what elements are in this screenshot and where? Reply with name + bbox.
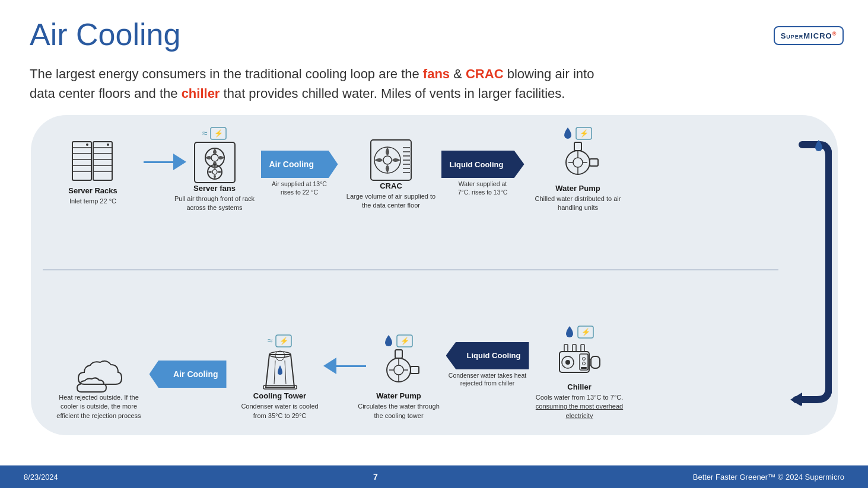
cloud-icon (75, 352, 123, 393)
highlight-crac: CRAC (466, 66, 504, 81)
water-pump-bot-label: Water Pump (376, 391, 421, 400)
liquid-cooling-arrow-top: Liquid Cooling Water supplied at7°C. ris… (441, 151, 524, 196)
arrow-left-bot (323, 358, 366, 374)
logo-text: SUPERMICRO® (781, 31, 837, 40)
svg-text:⚡: ⚡ (214, 129, 222, 138)
water-pump-top-desc: Chilled water distributed to air handlin… (532, 194, 624, 213)
crac-item: CRAC Large volume of air supplied to the… (345, 127, 437, 210)
water-pump-top-item: ⚡ Water Pump Chilled water distributed t… (532, 127, 624, 213)
svg-text:⚡: ⚡ (279, 336, 288, 345)
energy-cooling-tower: ⚡ (275, 334, 292, 347)
liquid-cooling-top-desc: Water supplied at7°C. rises to 13°C (441, 180, 524, 196)
chiller-label: Chiller (567, 382, 591, 391)
footer-tagline: Better Faster Greener™ © 2024 Supermicro (693, 473, 844, 481)
chiller-icon (558, 340, 601, 382)
air-cooling-top-desc: Air supplied at 13°Crises to 22 °C (261, 180, 338, 196)
cooling-tower-item: ≈ ⚡ Cooling Tower (236, 334, 325, 420)
water-pump-top-icon (557, 141, 599, 184)
cooling-tower-icon (259, 349, 301, 391)
cooling-tower-energy: ≈ ⚡ (268, 334, 292, 347)
svg-rect-54 (591, 356, 600, 368)
svg-point-48 (582, 357, 585, 360)
server-rack-icon (69, 139, 117, 186)
svg-rect-52 (573, 345, 576, 352)
water-drop-bot (384, 335, 393, 347)
desc-text-2: & (450, 66, 466, 81)
chiller-desc: Cools water from 13°C to 7°C. consuming … (532, 393, 627, 420)
water-pump-bot-item: ⚡ Water Pump Circulates the water throug… (356, 334, 442, 420)
curve-arrow (784, 139, 832, 406)
svg-rect-62 (395, 350, 402, 358)
water-pump-top-label: Water Pump (555, 184, 600, 193)
liquid-cooling-label-top: Liquid Cooling (450, 160, 504, 169)
footer: 8/23/2024 7 Better Faster Greener™ © 202… (0, 465, 868, 488)
svg-point-20 (212, 170, 217, 174)
svg-rect-35 (590, 159, 598, 166)
server-racks-label: Server Racks (68, 186, 117, 195)
svg-rect-53 (581, 345, 584, 352)
chiller-item: ⚡ Chiller (532, 326, 627, 420)
cooling-tower-desc: Condenser water is cooled from 35°C to 2… (236, 402, 325, 420)
air-cooling-arrow-bot: Air Cooling (150, 361, 227, 388)
svg-rect-50 (581, 367, 587, 369)
water-pump-bot-icon (377, 349, 420, 391)
energy-chiller: ⚡ (577, 326, 594, 339)
outside-heat-desc: Heat rejected outside. If the cooler is … (49, 393, 150, 420)
page-title: Air Cooling (30, 18, 180, 52)
svg-rect-61 (411, 366, 419, 374)
svg-point-13 (107, 143, 109, 146)
water-drop-chiller (565, 326, 574, 338)
server-racks-desc: Inlet temp 22 °C (69, 197, 116, 206)
energy-pump-bot: ⚡ (396, 334, 413, 347)
crac-label: CRAC (380, 181, 402, 190)
outside-heat-item: Heat rejected outside. If the cooler is … (49, 340, 150, 420)
svg-line-72 (274, 361, 275, 384)
condenser-desc: Condenser water takes heat rejected from… (446, 372, 529, 388)
svg-point-12 (86, 143, 88, 146)
server-fans-energy-icon: ≈ ⚡ (202, 127, 227, 140)
desc-text-4: that provides chilled water. Miles of ve… (220, 86, 565, 101)
svg-line-73 (285, 361, 286, 384)
energy-box-pump-top: ⚡ (576, 127, 592, 140)
svg-rect-36 (574, 142, 581, 151)
server-fans-item: ≈ ⚡ (173, 127, 256, 213)
server-fan-icon (193, 141, 236, 184)
desc-text-1: The largest energy consumers in the trad… (30, 66, 423, 81)
svg-rect-51 (564, 345, 568, 352)
svg-point-23 (383, 156, 392, 164)
water-drop-top (564, 127, 572, 139)
diagram: Server Racks Inlet temp 22 °C ≈ ⚡ (31, 115, 838, 435)
svg-point-71 (275, 351, 285, 361)
cooling-tower-label: Cooling Tower (253, 391, 306, 400)
logo: SUPERMICRO® (779, 18, 838, 53)
air-cooling-label-bot: Air Cooling (173, 369, 218, 379)
highlight-chiller: chiller (182, 86, 220, 101)
svg-text:⚡: ⚡ (581, 327, 590, 336)
logo-border: SUPERMICRO® (774, 26, 844, 45)
crac-icon (370, 139, 412, 181)
description: The largest energy consumers in the trad… (30, 64, 838, 103)
crac-desc: Large volume of air supplied to the data… (345, 192, 437, 210)
svg-text:⚡: ⚡ (580, 129, 589, 138)
water-pump-bot-desc: Circulates the water through the cooling… (356, 402, 442, 420)
air-cooling-label-top: Air Cooling (269, 160, 314, 169)
header: Air Cooling SUPERMICRO® (30, 18, 838, 53)
svg-point-46 (565, 360, 570, 365)
svg-text:⚡: ⚡ (400, 336, 409, 345)
lightning-icon: ⚡ (210, 127, 227, 140)
chiller-icons: ⚡ (565, 326, 594, 339)
water-pump-bot-icons: ⚡ (384, 334, 413, 347)
air-cooling-arrow-top: Air Cooling Air supplied at 13°Crises to… (261, 151, 338, 196)
liquid-cooling-arrow-bot: Liquid Cooling Condenser water takes hea… (446, 342, 529, 388)
highlight-fans: fans (423, 66, 450, 81)
server-fans-label: Server fans (193, 184, 236, 193)
water-pump-top-icons: ⚡ (564, 127, 592, 140)
svg-point-18 (211, 154, 218, 161)
footer-page: 7 (373, 472, 378, 481)
liquid-cooling-label-bot: Liquid Cooling (467, 351, 521, 360)
svg-marker-41 (790, 393, 802, 406)
slide: Air Cooling SUPERMICRO® The largest ener… (0, 0, 868, 488)
footer-date: 8/23/2024 (24, 473, 58, 481)
svg-point-34 (573, 158, 583, 167)
server-fans-desc: Pull air through front of rack across th… (173, 194, 256, 213)
